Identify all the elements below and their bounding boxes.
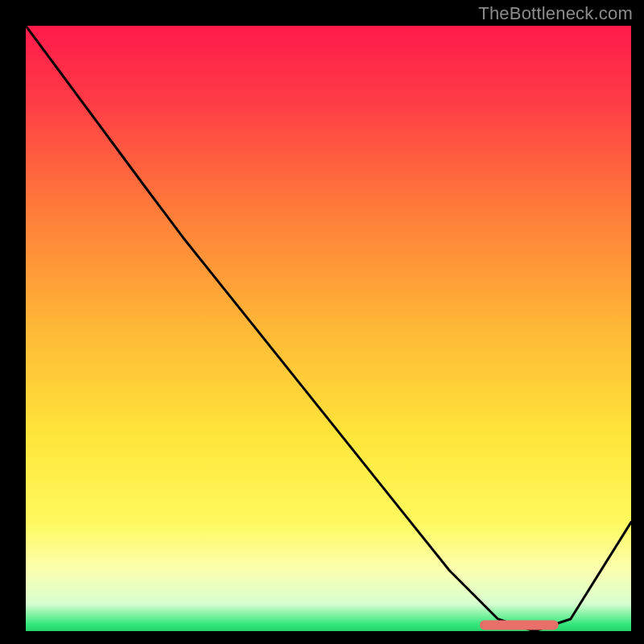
chart-container: TheBottleneck.com <box>0 0 644 644</box>
sweet-spot-marker <box>480 621 559 630</box>
plot-area <box>26 26 631 631</box>
watermark-text: TheBottleneck.com <box>478 3 633 24</box>
gradient-background <box>26 26 631 631</box>
chart-svg <box>26 26 631 631</box>
